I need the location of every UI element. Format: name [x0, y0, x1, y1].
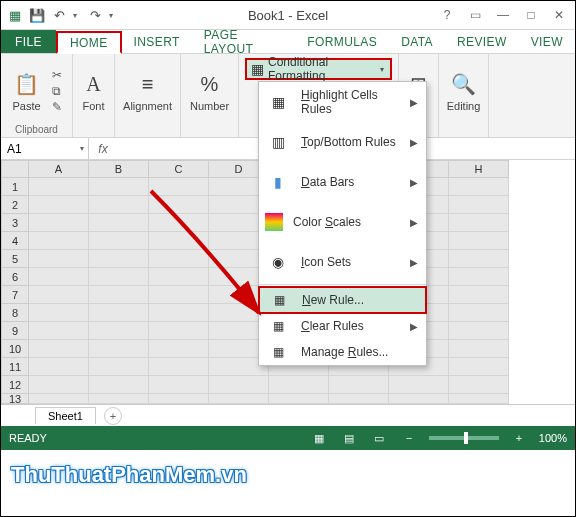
cell[interactable] [149, 376, 209, 394]
cell[interactable] [449, 340, 509, 358]
cell[interactable] [29, 322, 89, 340]
tab-home[interactable]: HOME [56, 31, 122, 54]
cell[interactable] [29, 358, 89, 376]
sheet-tab[interactable]: Sheet1 [35, 407, 96, 424]
cell[interactable] [29, 214, 89, 232]
row-header[interactable]: 7 [1, 286, 29, 304]
cell[interactable] [149, 322, 209, 340]
cell[interactable] [149, 214, 209, 232]
alignment-button[interactable]: ≡Alignment [119, 68, 176, 114]
add-sheet-button[interactable]: + [104, 407, 122, 425]
row-header[interactable]: 5 [1, 250, 29, 268]
row-header[interactable]: 10 [1, 340, 29, 358]
cell[interactable] [329, 376, 389, 394]
tab-review[interactable]: REVIEW [445, 30, 519, 53]
cell[interactable] [89, 394, 149, 404]
cell[interactable] [89, 322, 149, 340]
menu-icon-sets[interactable]: ◉ Icon Sets ▶ [259, 242, 426, 282]
cell[interactable] [89, 214, 149, 232]
row-header[interactable]: 2 [1, 196, 29, 214]
cell[interactable] [29, 340, 89, 358]
menu-data-bars[interactable]: ▮ Data Bars ▶ [259, 162, 426, 202]
col-header[interactable]: C [149, 160, 209, 178]
cell[interactable] [89, 358, 149, 376]
cell[interactable] [149, 178, 209, 196]
cell[interactable] [149, 268, 209, 286]
ribbon-display-button[interactable]: ▭ [463, 6, 487, 24]
cell[interactable] [449, 250, 509, 268]
view-normal-icon[interactable]: ▦ [309, 432, 329, 445]
row-header[interactable]: 13 [1, 394, 29, 404]
cell[interactable] [149, 394, 209, 404]
cell[interactable] [329, 394, 389, 404]
menu-color-scales[interactable]: Color Scales ▶ [259, 202, 426, 242]
cell[interactable] [149, 250, 209, 268]
cell[interactable] [449, 358, 509, 376]
row-header[interactable]: 9 [1, 322, 29, 340]
cell[interactable] [89, 286, 149, 304]
tab-insert[interactable]: INSERT [122, 30, 192, 53]
cell[interactable] [29, 286, 89, 304]
col-header[interactable]: H [449, 160, 509, 178]
row-header[interactable]: 6 [1, 268, 29, 286]
cell[interactable] [449, 304, 509, 322]
select-all-corner[interactable] [1, 160, 29, 178]
minimize-button[interactable]: — [491, 6, 515, 24]
cell[interactable] [89, 340, 149, 358]
row-header[interactable]: 3 [1, 214, 29, 232]
tab-data[interactable]: DATA [389, 30, 445, 53]
view-page-break-icon[interactable]: ▭ [369, 432, 389, 445]
zoom-slider[interactable] [429, 436, 499, 440]
cell[interactable] [449, 196, 509, 214]
cell[interactable] [389, 376, 449, 394]
cell[interactable] [449, 286, 509, 304]
cell[interactable] [29, 376, 89, 394]
cell[interactable] [449, 394, 509, 404]
undo-icon[interactable]: ↶ [51, 7, 67, 23]
name-box[interactable]: A1 ▾ [1, 138, 89, 159]
help-button[interactable]: ? [435, 6, 459, 24]
cell[interactable] [449, 322, 509, 340]
row-header[interactable]: 8 [1, 304, 29, 322]
fx-icon[interactable]: fx [89, 142, 117, 156]
cell[interactable] [149, 340, 209, 358]
cell[interactable] [89, 178, 149, 196]
menu-highlight-cells[interactable]: ▦ Highlight Cells Rules ▶ [259, 82, 426, 122]
cell[interactable] [29, 250, 89, 268]
maximize-button[interactable]: □ [519, 6, 543, 24]
cell[interactable] [149, 232, 209, 250]
cell[interactable] [209, 394, 269, 404]
cell[interactable] [29, 304, 89, 322]
cell[interactable] [449, 376, 509, 394]
copy-icon[interactable]: ⧉ [49, 84, 65, 98]
zoom-out-button[interactable]: − [399, 432, 419, 444]
cell[interactable] [389, 394, 449, 404]
cell[interactable] [209, 376, 269, 394]
cell[interactable] [269, 394, 329, 404]
row-header[interactable]: 11 [1, 358, 29, 376]
undo-dropdown-icon[interactable]: ▾ [73, 11, 81, 20]
cell[interactable] [89, 268, 149, 286]
tab-formulas[interactable]: FORMULAS [295, 30, 389, 53]
cell[interactable] [29, 196, 89, 214]
cell[interactable] [89, 250, 149, 268]
number-button[interactable]: %Number [186, 68, 233, 114]
cell[interactable] [29, 394, 89, 404]
col-header[interactable]: B [89, 160, 149, 178]
col-header[interactable]: A [29, 160, 89, 178]
cell[interactable] [89, 304, 149, 322]
tab-view[interactable]: VIEW [519, 30, 575, 53]
font-button[interactable]: AFont [76, 68, 112, 114]
menu-top-bottom[interactable]: ▥ Top/Bottom Rules ▶ [259, 122, 426, 162]
zoom-in-button[interactable]: + [509, 432, 529, 444]
tab-page-layout[interactable]: PAGE LAYOUT [192, 30, 296, 53]
cell[interactable] [89, 232, 149, 250]
cell[interactable] [449, 268, 509, 286]
cell[interactable] [89, 376, 149, 394]
row-header[interactable]: 4 [1, 232, 29, 250]
cell[interactable] [449, 232, 509, 250]
row-header[interactable]: 1 [1, 178, 29, 196]
cell[interactable] [149, 286, 209, 304]
format-painter-icon[interactable]: ✎ [49, 100, 65, 114]
cell[interactable] [149, 358, 209, 376]
